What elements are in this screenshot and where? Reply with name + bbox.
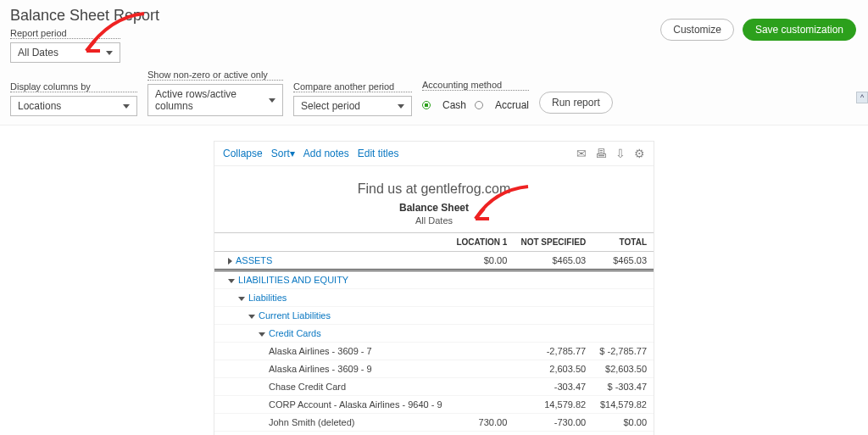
table-row[interactable]: John Smith (deleted) <box>214 414 449 432</box>
report-title: Balance Sheet <box>214 202 654 214</box>
display-columns-label: Display columns by <box>10 81 137 92</box>
row-total-cc: Total Credit Cards <box>214 432 449 436</box>
report-period-select[interactable]: All Dates <box>10 42 120 63</box>
report-panel: Collapse Sort▾ Add notes Edit titles ✉ 🖶… <box>214 141 654 435</box>
report-period-label: Report period <box>10 28 120 39</box>
row-assets[interactable]: ASSETS <box>214 252 449 270</box>
chevron-down-icon <box>106 51 113 55</box>
report-period-text: All Dates <box>214 215 654 226</box>
show-nonzero-select[interactable]: Active rows/active columns <box>147 84 283 116</box>
display-columns-value: Locations <box>18 100 61 112</box>
run-report-button[interactable]: Run report <box>539 92 613 114</box>
chevron-down-icon <box>398 104 404 109</box>
edit-titles-link[interactable]: Edit titles <box>358 148 399 159</box>
table-row[interactable]: Alaska Airlines - 3609 - 7 <box>214 343 449 360</box>
report-subtitle: Find us at gentlefrog.com <box>214 181 654 197</box>
col-location1: LOCATION 1 <box>449 233 514 252</box>
show-nonzero-label: Show non-zero or active only <box>147 70 283 81</box>
compare-label: Compare another period <box>293 81 412 92</box>
collapse-panel-toggle[interactable]: ^ <box>856 92 868 103</box>
chevron-down-icon <box>269 98 275 103</box>
col-notspecified: NOT SPECIFIED <box>514 233 593 252</box>
chevron-down-icon <box>123 104 130 109</box>
accrual-radio-label: Accrual <box>495 99 529 111</box>
accounting-method-label: Accounting method <box>422 80 529 91</box>
row-current-liab[interactable]: Current Liabilities <box>214 307 449 325</box>
customize-button[interactable]: Customize <box>660 19 734 41</box>
save-customization-button[interactable]: Save customization <box>743 19 856 41</box>
table-row[interactable]: Chase Credit Card <box>214 378 449 396</box>
compare-select[interactable]: Select period <box>293 96 412 116</box>
settings-icon[interactable]: ⚙ <box>634 147 645 160</box>
sort-link[interactable]: Sort▾ <box>271 148 295 159</box>
report-period-value: All Dates <box>18 47 58 59</box>
table-row[interactable]: Alaska Airlines - 3609 - 9 <box>214 360 449 378</box>
add-notes-link[interactable]: Add notes <box>303 148 349 159</box>
display-columns-select[interactable]: Locations <box>10 96 137 116</box>
table-row[interactable]: CORP Account - Alaska Airlines - 9640 - … <box>214 396 449 414</box>
row-liabilities[interactable]: Liabilities <box>214 289 449 307</box>
cash-radio-label: Cash <box>442 99 466 111</box>
print-icon[interactable]: 🖶 <box>595 147 607 160</box>
report-table: LOCATION 1 NOT SPECIFIED TOTAL ASSETS $0… <box>214 232 654 435</box>
collapse-link[interactable]: Collapse <box>223 148 263 159</box>
accrual-radio[interactable] <box>475 101 483 109</box>
compare-value: Select period <box>301 100 360 112</box>
export-icon[interactable]: ⇩ <box>615 147 626 160</box>
col-total: TOTAL <box>593 233 654 252</box>
row-credit-cards[interactable]: Credit Cards <box>214 325 449 343</box>
email-icon[interactable]: ✉ <box>576 147 587 160</box>
show-nonzero-value: Active rows/active columns <box>155 88 269 112</box>
row-liab-equity[interactable]: LIABILITIES AND EQUITY <box>214 270 449 289</box>
cash-radio[interactable] <box>422 101 431 109</box>
